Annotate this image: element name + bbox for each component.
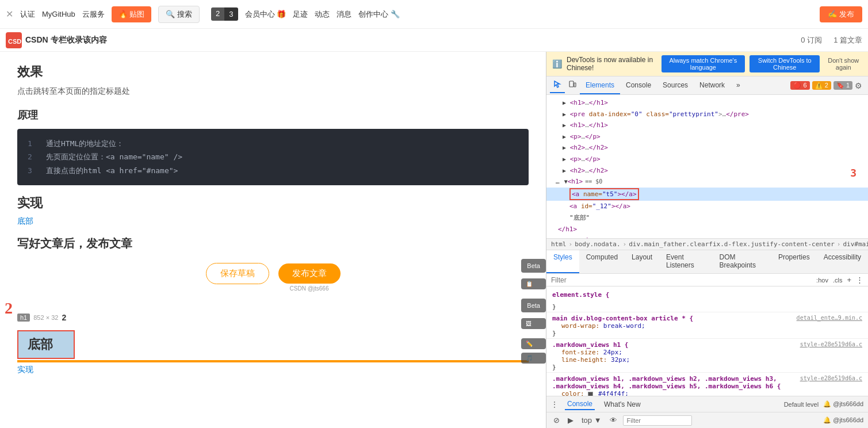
side-beta-btn-1[interactable]: Beta xyxy=(521,259,546,273)
dt-tab-elements[interactable]: Elements xyxy=(580,77,620,94)
stat-articles: 1 篇文章 xyxy=(833,35,862,45)
line-num-1: 1 xyxy=(28,137,37,150)
styles-filter-input[interactable] xyxy=(551,276,812,284)
dom-line-h1-2[interactable]: ▶ <h1>…</h1> xyxy=(546,120,868,131)
gear-icon[interactable]: ⚙ xyxy=(852,79,865,93)
nav-create[interactable]: 创作中心 🔧 xyxy=(358,9,400,20)
top-nav: ✕ 认证 MyGitHub 云服务 🔥 贴图 🔍 搜索 2 3 会员中心 🎁 足… xyxy=(0,0,868,29)
console-tab-console[interactable]: Console xyxy=(565,399,595,410)
highlighted-text: 底部 xyxy=(17,330,75,359)
three-dots-icon[interactable]: ⋮ xyxy=(551,400,558,408)
dom-line-p-3[interactable]: ▶ <p>…</p> xyxy=(546,235,868,239)
more-options-icon[interactable]: ⋮ xyxy=(856,276,863,284)
st-tab-computed[interactable]: Computed xyxy=(579,250,625,273)
add-style-icon[interactable]: + xyxy=(847,276,851,284)
btn-switch-chinese[interactable]: Switch DevTools to Chinese xyxy=(750,55,820,72)
btn-publish[interactable]: 发布文章 CSDN @jts666 xyxy=(278,263,341,284)
st-tab-styles[interactable]: Styles xyxy=(546,250,579,273)
nav-dynamic[interactable]: 动态 xyxy=(315,9,330,20)
st-tab-properties[interactable]: Properties xyxy=(771,250,817,273)
st-tab-accessibility[interactable]: Accessibility xyxy=(817,250,868,273)
btn-publish-top[interactable]: ✍ 发布 xyxy=(820,6,862,22)
dom-line-p-1[interactable]: ▶ <p>…</p> xyxy=(546,131,868,143)
bc-item-1[interactable]: html xyxy=(551,240,567,248)
styles-body: element.style { } detail_ente…9.min.c ma… xyxy=(546,286,868,396)
dom-line-text-bottom[interactable]: "底部" xyxy=(546,212,868,224)
expand-icon[interactable]: ▶ xyxy=(563,100,566,106)
side-floating-btns: Beta 📋 Beta 🖼 ✏️ 🎵 xyxy=(521,259,546,364)
st-tab-dombreakpoints[interactable]: DOM Breakpoints xyxy=(713,250,771,273)
dom-line-h1-dollar[interactable]: … ▼ <h1> == $0 xyxy=(546,176,868,188)
dom-line-h1-1[interactable]: ▶ <h1>…</h1> xyxy=(546,97,868,109)
btn-save[interactable]: 保存草稿 xyxy=(206,263,269,284)
dt-tab-sources[interactable]: Sources xyxy=(657,77,694,94)
bc-item-4[interactable]: div#mainBox.cont xyxy=(843,240,868,248)
css-selector-4b: .markdown_views h4, .markdown_views h5, … xyxy=(552,383,781,390)
eye-icon[interactable]: 👁 xyxy=(607,415,620,426)
bottom-link[interactable]: 底部 xyxy=(17,216,33,226)
svg-rect-3 xyxy=(569,81,573,87)
badge-warnings: ⚠️ 2 xyxy=(812,81,831,90)
nav-member[interactable]: 会员中心 🎁 xyxy=(245,9,286,20)
css-rule-article: detail_ente…9.min.c main div.blog-conten… xyxy=(546,312,868,339)
bottom-right-text: 🔔 @jts666dd xyxy=(823,416,863,424)
css-source-3[interactable]: style-e28e519d6a.c xyxy=(800,375,862,381)
nav-message[interactable]: 消息 xyxy=(337,9,351,20)
dom-line-a-id[interactable]: <a id="_12"></a> xyxy=(546,201,868,212)
nav-auth[interactable]: 认证 xyxy=(20,9,35,20)
color-swatch xyxy=(588,392,593,396)
badge-errors: 🔴 6 xyxy=(790,81,809,90)
nav-footprint[interactable]: 足迹 xyxy=(293,9,308,20)
svg-rect-4 xyxy=(574,83,576,87)
css-rule-headings: style-e28e519d6a.c .markdown_views h1, .… xyxy=(546,373,868,396)
tab-3[interactable]: 3 xyxy=(224,7,238,21)
bc-item-3[interactable]: div.main_father.clearfix.d-flex.justify-… xyxy=(629,240,835,248)
st-tab-layout[interactable]: Layout xyxy=(625,250,659,273)
dom-line-p-2[interactable]: ▶ <p>…</p> xyxy=(546,154,868,165)
stat-subscribe: 0 订阅 xyxy=(801,35,822,45)
cursor-icon xyxy=(553,80,561,88)
article-content: 2 效果 点击跳转至本页面的指定标题处 原理 1 通过HTML的地址定位： 2 … xyxy=(0,52,546,428)
css-source-1[interactable]: detail_ente…9.min.c xyxy=(797,315,862,321)
nav-github[interactable]: MyGitHub xyxy=(42,10,75,18)
dom-line-h2-1[interactable]: ▶ <h2>…</h2> xyxy=(546,142,868,154)
top-dropdown[interactable]: top ▼ xyxy=(579,415,604,426)
dom-line-a-name[interactable]: <a name="t5"></a> xyxy=(546,188,868,201)
dom-line-pre[interactable]: ▶ <pre data-index="0" class="prettyprint… xyxy=(546,109,868,120)
dom-line-close-h1[interactable]: </h1> xyxy=(546,224,868,235)
console-tab-whatsnew[interactable]: What's New xyxy=(602,399,643,410)
bc-item-2[interactable]: body.nodata. xyxy=(575,240,620,248)
inspect-icon-btn[interactable] xyxy=(550,78,565,93)
h1-tag: h1 xyxy=(17,314,30,322)
btn-search[interactable]: 🔍 搜索 xyxy=(158,6,200,23)
csdn-logo-icon: CSDN xyxy=(6,32,22,48)
dt-tab-console[interactable]: Console xyxy=(620,77,657,94)
btn-match-language[interactable]: Always match Chrome's language xyxy=(661,55,745,72)
device-icon-btn[interactable] xyxy=(565,78,580,93)
dom-indent xyxy=(551,99,563,106)
code-block: 1 通过HTML的地址定位： 2 先页面定位位置：<a name="name" … xyxy=(17,129,529,185)
dt-tab-more[interactable]: » xyxy=(731,77,746,94)
line-num-3: 3 xyxy=(28,164,37,177)
filter-pseudo[interactable]: :hov xyxy=(816,277,828,284)
console-filter-right: Default level 🔔 @jts666dd xyxy=(784,400,863,408)
console-bar: ⋮ Console What's New Default level 🔔 @jt… xyxy=(546,396,868,412)
nav-cloud[interactable]: 云服务 xyxy=(82,9,105,20)
st-tab-eventlisteners[interactable]: Event Listeners xyxy=(659,250,712,273)
dt-tab-network[interactable]: Network xyxy=(694,77,731,94)
styles-tabs: Styles Computed Layout Event Listeners D… xyxy=(546,250,868,274)
filter-cls[interactable]: .cls xyxy=(833,277,843,284)
close-icon[interactable]: ✕ xyxy=(6,9,13,20)
prohibit-icon[interactable]: ⊘ xyxy=(551,415,562,426)
bottom-page-link[interactable]: 实现 xyxy=(17,365,33,375)
btn-dismiss[interactable]: Don't show again xyxy=(824,57,862,71)
play-icon[interactable]: ▶ xyxy=(565,415,576,426)
css-source-2[interactable]: style-e28e519d6a.c xyxy=(800,341,862,347)
dom-line-h2-2[interactable]: ▶ <h2>…</h2> 3 xyxy=(546,165,868,177)
side-beta-btn-2[interactable]: Beta xyxy=(521,299,546,312)
css-empty-props xyxy=(552,299,862,303)
console-filter-input[interactable] xyxy=(623,415,692,426)
device-icon xyxy=(568,81,576,89)
tab-2[interactable]: 2 xyxy=(211,7,224,21)
btn-fire[interactable]: 🔥 贴图 xyxy=(112,6,152,22)
